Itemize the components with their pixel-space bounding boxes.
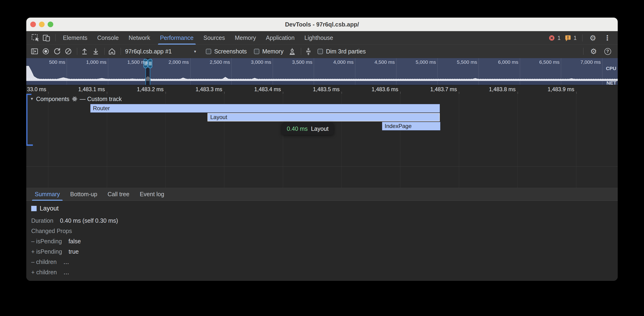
- issues-badge[interactable]: 1: [564, 34, 577, 42]
- tab-application[interactable]: Application: [261, 31, 300, 44]
- summary-row-value: …: [63, 259, 69, 265]
- overview-tick-label: 6,000 ms: [472, 59, 518, 65]
- time-tick-label: 1,483.7 ms: [396, 86, 457, 93]
- collect-garbage-button[interactable]: [287, 46, 297, 56]
- flame-entry-label: IndexPage: [382, 123, 412, 129]
- error-count: 1: [558, 35, 560, 41]
- dim-3rd-parties-checkbox-row: Dim 3rd parties: [318, 48, 366, 55]
- more-options-button[interactable]: ⋮: [603, 33, 612, 43]
- device-toolbar-icon: [42, 33, 51, 42]
- reload-icon: [53, 47, 61, 55]
- time-tick-label: 1,483.3 ms: [161, 86, 222, 93]
- time-tick-label: 1,484: [572, 86, 618, 93]
- tab-memory[interactable]: Memory: [230, 31, 261, 44]
- tab-lighthouse[interactable]: Lighthouse: [300, 31, 338, 44]
- summary-row: – children …: [31, 257, 618, 267]
- time-ruler: 33.0 ms1,483.1 ms1,483.2 ms1,483.3 ms1,4…: [26, 85, 618, 94]
- track-header-components[interactable]: ▼ Components — Custom track: [30, 95, 122, 103]
- track-subtitle: — Custom track: [80, 96, 122, 102]
- dim-3rd-parties-checkbox[interactable]: [318, 49, 323, 54]
- clear-icon: [64, 47, 72, 55]
- toggle-sidebar-button[interactable]: [30, 46, 40, 56]
- divider: [582, 34, 582, 41]
- help-icon: ?: [604, 48, 611, 55]
- summary-row-label: Changed Props: [31, 228, 72, 234]
- summary-row-value: …: [63, 269, 69, 276]
- entry-tooltip: 0.40 ms Layout: [282, 123, 334, 135]
- time-tick-label: 1,483.5 ms: [278, 86, 340, 93]
- summary-row-label: Duration: [31, 217, 54, 224]
- inspect-element-button[interactable]: [30, 33, 40, 42]
- dim-3rd-parties-label: Dim 3rd parties: [326, 48, 366, 55]
- overview-tick-label: 1,000 ms: [60, 59, 106, 65]
- track-accent-tick: [26, 94, 32, 95]
- record-and-reload-button[interactable]: [52, 46, 62, 56]
- issues-icon: [564, 34, 572, 42]
- summary-title-row: Layout: [31, 205, 618, 212]
- time-tick-label: 1,483.8 ms: [454, 86, 516, 93]
- memory-checkbox[interactable]: [254, 49, 259, 54]
- tab-console[interactable]: Console: [92, 31, 124, 44]
- devtools-tabbar: Elements Console Network Performance Sou…: [26, 31, 618, 44]
- overview-tick-label: 6,500 ms: [512, 59, 560, 65]
- device-toolbar-button[interactable]: [42, 33, 51, 42]
- timeline-overview[interactable]: CPU NET 500 ms1,000 ms1,500 ms2,000 ms2,…: [26, 58, 618, 85]
- screenshots-checkbox[interactable]: [206, 49, 211, 54]
- window-titlebar[interactable]: DevTools - 97r6ql.csb.app/: [26, 17, 618, 31]
- time-tick-label: 1,483.9 ms: [513, 86, 574, 93]
- flame-gridline: [518, 94, 518, 188]
- memory-label: Memory: [262, 48, 284, 55]
- performance-toolbar: 97r6ql.csb.app #1 ▼ Screenshots Memory: [26, 44, 618, 58]
- tab-call-tree[interactable]: Call tree: [102, 188, 134, 201]
- screenshots-label: Screenshots: [214, 48, 247, 55]
- chevron-down-icon: ▼: [194, 49, 197, 53]
- record-button[interactable]: [41, 46, 51, 56]
- overview-tick-label: 2,000 ms: [142, 59, 189, 65]
- track-name: Components: [36, 96, 70, 102]
- track-accent-bar: [26, 94, 28, 146]
- tooltip-duration: 0.40 ms: [287, 125, 308, 132]
- flame-entry-layout[interactable]: Layout: [208, 113, 440, 121]
- time-tick-label: 33.0 ms: [26, 86, 46, 93]
- tab-network[interactable]: Network: [124, 31, 155, 44]
- overview-tick-label: 4,000 ms: [307, 59, 354, 65]
- settings-button[interactable]: ⚙: [588, 33, 598, 43]
- overview-tick-label: 5,000 ms: [389, 59, 436, 65]
- overview-tick-label: 4,500 ms: [348, 59, 395, 65]
- summary-row-label: + children: [31, 269, 57, 276]
- overview-tick-label: 3,500 ms: [266, 59, 312, 65]
- capture-settings-button[interactable]: ⚙: [588, 46, 598, 56]
- tab-bottom-up[interactable]: Bottom-up: [65, 188, 102, 201]
- load-profile-button[interactable]: [80, 46, 90, 56]
- error-badge[interactable]: 1: [548, 34, 560, 42]
- tab-performance[interactable]: Performance: [155, 31, 198, 44]
- overview-tick-label: 7,000 ms: [554, 59, 601, 65]
- tooltip-name: Layout: [311, 125, 328, 132]
- error-icon: [548, 34, 556, 42]
- window-title: DevTools - 97r6ql.csb.app/: [26, 17, 618, 31]
- cpu-overview-label: CPU: [606, 66, 616, 71]
- collapse-tracks-button[interactable]: [304, 46, 313, 56]
- tab-event-log[interactable]: Event log: [134, 188, 169, 201]
- flame-entry-indexpage[interactable]: IndexPage: [382, 122, 440, 130]
- flame-gridline: [576, 94, 576, 188]
- summary-row-value: true: [68, 248, 78, 255]
- flame-entry-router[interactable]: Router: [90, 104, 440, 112]
- page-selector[interactable]: 97r6ql.csb.app #1 ▼: [125, 48, 197, 55]
- clear-button[interactable]: [63, 46, 73, 56]
- flame-chart[interactable]: ▼ Components — Custom track RouterLayout…: [26, 94, 618, 188]
- time-tick-label: 1,483.4 ms: [220, 86, 281, 93]
- divider: [583, 48, 584, 55]
- live-metrics-button[interactable]: [107, 46, 117, 56]
- overview-tick-label: 1,500 ms: [101, 59, 148, 65]
- tab-sources[interactable]: Sources: [198, 31, 230, 44]
- track-accent-tick: [26, 144, 33, 146]
- entry-color-swatch: [31, 206, 36, 211]
- collect-garbage-icon: [288, 47, 296, 55]
- devtools-window: DevTools - 97r6ql.csb.app/ Elements Cons…: [26, 17, 618, 281]
- tab-summary[interactable]: Summary: [30, 188, 65, 201]
- save-profile-button[interactable]: [91, 46, 101, 56]
- help-button[interactable]: ?: [603, 46, 612, 56]
- tab-elements[interactable]: Elements: [58, 31, 92, 44]
- network-overview-strip: [26, 81, 618, 85]
